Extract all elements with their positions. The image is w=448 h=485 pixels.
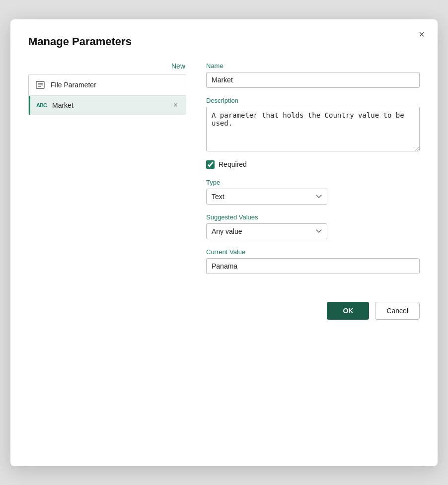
current-value-label: Current Value [206,248,420,256]
parameter-form: Name Description A parameter that holds … [186,62,420,452]
content-area: New File Parameter [28,62,420,452]
current-value-input[interactable] [206,258,420,274]
delete-market-button[interactable]: × [171,100,180,110]
manage-parameters-dialog: × Manage Parameters New [10,19,438,466]
parameters-list: File Parameter ABC Market × [28,74,186,115]
new-link[interactable]: New [171,62,185,70]
required-label: Required [219,160,247,168]
type-select[interactable]: Text Number Date/Time Date Time True/Fal… [206,189,327,205]
market-type-icon: ABC [36,102,47,108]
name-label: Name [206,62,420,69]
list-item[interactable]: File Parameter [29,74,186,96]
market-list-item[interactable]: ABC Market × [29,96,186,115]
description-input[interactable]: A parameter that holds the Country value… [206,107,420,151]
suggested-values-label: Suggested Values [206,213,420,221]
required-checkbox[interactable] [206,160,215,169]
file-parameter-icon [35,79,46,90]
name-input[interactable] [206,72,420,88]
dialog-title: Manage Parameters [28,35,420,48]
ok-button[interactable]: OK [327,302,369,320]
market-label: Market [52,101,166,109]
close-button[interactable]: × [416,27,428,41]
required-row: Required [206,160,420,169]
type-label: Type [206,179,420,186]
description-label: Description [206,97,420,104]
file-parameter-label: File Parameter [51,81,180,89]
dialog-footer: OK Cancel [206,294,420,320]
cancel-button[interactable]: Cancel [375,302,420,320]
suggested-values-select[interactable]: Any value List of values Query [206,223,327,239]
